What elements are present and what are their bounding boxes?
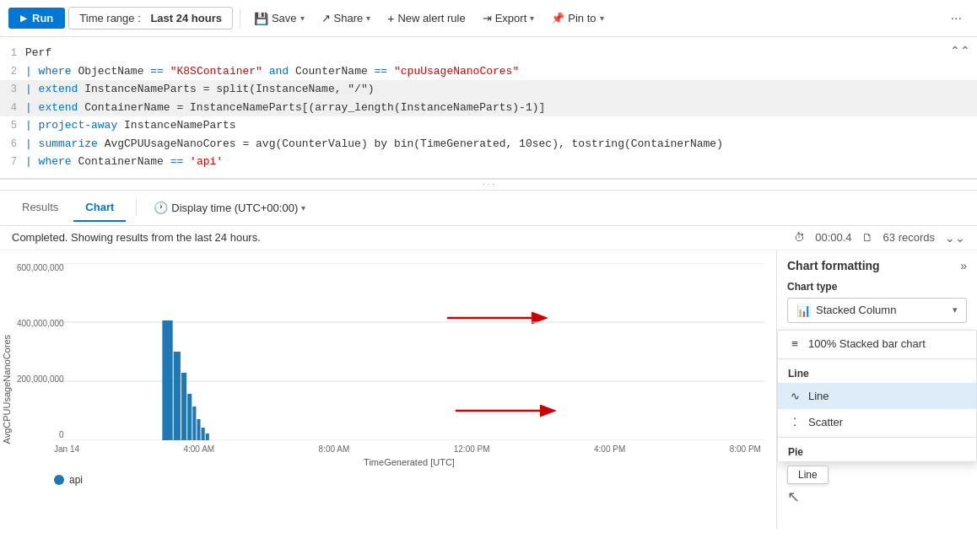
toolbar-separator xyxy=(240,8,240,29)
code-editor: ⌃⌃ 1 Perf 2 | where ObjectName == "K8SCo… xyxy=(0,37,977,179)
plus-icon: + xyxy=(387,12,394,25)
chart-type-label: Chart type xyxy=(787,281,967,293)
chart-wrapper: 600,000,000 400,000,000 200,000,000 0 xyxy=(54,263,764,474)
tab-results[interactable]: Results xyxy=(10,194,70,222)
menu-item-100pct-stacked[interactable]: ≡ 100% Stacked bar chart xyxy=(778,331,976,357)
save-icon: 💾 xyxy=(254,12,268,25)
share-chevron: ▾ xyxy=(366,13,370,23)
x-axis-label: TimeGenerated [UTC] xyxy=(54,457,764,467)
toolbar: ▶ Run Time range : Last 24 hours 💾 Save … xyxy=(0,0,977,37)
svg-rect-10 xyxy=(187,394,192,440)
main-content: AvgCPUUsageNanoCores 600,000,000 400,000… xyxy=(0,250,977,529)
pie-section-label: Pie xyxy=(778,439,976,461)
chart-type-dropdown[interactable]: 📊 Stacked Column ▾ xyxy=(787,298,967,323)
svg-rect-9 xyxy=(181,373,186,440)
code-line-2: 2 | where ObjectName == "K8SContainer" a… xyxy=(0,62,977,81)
share-icon: ↗ xyxy=(321,12,331,24)
status-bar: Completed. Showing results from the last… xyxy=(0,226,977,250)
cursor-icon: ↖ xyxy=(777,487,977,506)
more-options-button[interactable]: ··· xyxy=(944,7,969,30)
status-text: Completed. Showing results from the last… xyxy=(12,231,261,244)
display-time-chevron: ▾ xyxy=(301,203,305,213)
code-line-1: 1 Perf xyxy=(0,44,977,62)
share-button[interactable]: ↗ Share ▾ xyxy=(315,8,378,29)
svg-rect-7 xyxy=(162,320,172,440)
records-count: 63 records xyxy=(883,231,935,244)
chart-legend: api xyxy=(54,474,764,486)
legend-color-dot xyxy=(54,475,64,485)
tabs-bar: Results Chart 🕐 Display time (UTC+00:00)… xyxy=(0,191,977,226)
code-line-5: 5 | project-away InstanceNameParts xyxy=(0,116,977,135)
export-icon: ⇥ xyxy=(483,12,492,24)
menu-separator-1 xyxy=(778,358,976,359)
code-line-4: 4 | extend ContainerName = InstanceNameP… xyxy=(0,99,977,117)
expand-results-button[interactable]: ⌄⌄ xyxy=(945,231,965,245)
save-button[interactable]: 💾 Save ▾ xyxy=(247,8,311,30)
resize-handle[interactable]: · · · xyxy=(0,179,977,191)
y-axis-label: AvgCPUUsageNanoCores xyxy=(2,335,12,444)
chart-type-section: Chart type 📊 Stacked Column ▾ xyxy=(777,277,977,330)
tooltip-line: Line xyxy=(787,466,829,484)
code-line-3: 3 | extend InstanceNameParts = split(Ins… xyxy=(0,80,977,99)
duration-icon: ⏱ xyxy=(794,231,805,244)
display-time-selector[interactable]: 🕐 Display time (UTC+00:00) ▾ xyxy=(147,197,312,218)
pin-to-button[interactable]: 📌 Pin to ▾ xyxy=(544,8,610,29)
stacked-bar-icon: ≡ xyxy=(788,337,802,350)
scatter-icon: ⁚ xyxy=(788,416,802,428)
svg-rect-13 xyxy=(202,428,205,440)
code-line-7: 7 | where ContainerName == 'api' xyxy=(0,153,977,171)
stacked-column-icon: 📊 xyxy=(796,304,811,317)
panel-expand-button[interactable]: » xyxy=(960,259,967,272)
table-icon: 🗋 xyxy=(862,231,873,244)
run-button[interactable]: ▶ Run xyxy=(8,8,65,29)
menu-item-line[interactable]: ∿ Line xyxy=(778,383,976,409)
svg-rect-11 xyxy=(192,407,196,440)
svg-rect-8 xyxy=(174,352,181,440)
tab-chart[interactable]: Chart xyxy=(73,194,126,222)
legend-label: api xyxy=(69,474,83,486)
line-chart-icon: ∿ xyxy=(788,390,802,402)
play-icon: ▶ xyxy=(20,13,27,23)
menu-separator-2 xyxy=(778,437,976,438)
chart-svg xyxy=(54,263,764,440)
dropdown-chevron: ▾ xyxy=(953,304,958,315)
query-duration: 00:00.4 xyxy=(815,231,851,244)
arrow-to-chart-tab xyxy=(84,250,186,259)
pin-chevron: ▾ xyxy=(600,13,604,23)
export-chevron: ▾ xyxy=(530,13,534,23)
chart-formatting-panel: Chart formatting » Chart type 📊 Stacked … xyxy=(776,250,977,529)
tab-separator xyxy=(136,199,137,216)
svg-rect-14 xyxy=(206,433,209,440)
chart-type-dropdown-menu: ≡ 100% Stacked bar chart Line ∿ Line ⁚ S… xyxy=(777,330,977,462)
panel-header: Chart formatting » xyxy=(777,250,977,277)
x-axis-ticks: Jan 14 4:00 AM 8:00 AM 12:00 PM 4:00 PM … xyxy=(54,444,764,454)
code-line-6: 6 | summarize AvgCPUUsageNanoCores = avg… xyxy=(0,135,977,153)
collapse-editor-button[interactable]: ⌃⌃ xyxy=(950,44,970,57)
pin-icon: 📌 xyxy=(551,12,564,24)
export-button[interactable]: ⇥ Export ▾ xyxy=(476,8,542,29)
clock-icon: 🕐 xyxy=(154,201,168,214)
chart-area: AvgCPUUsageNanoCores 600,000,000 400,000… xyxy=(0,250,776,529)
svg-rect-12 xyxy=(197,419,200,440)
y-axis-ticks: 600,000,000 400,000,000 200,000,000 0 xyxy=(17,263,64,440)
menu-item-scatter[interactable]: ⁚ Scatter xyxy=(778,409,976,435)
new-alert-rule-button[interactable]: + New alert rule xyxy=(381,8,472,30)
selected-chart-type: Stacked Column xyxy=(816,304,896,316)
time-range-button[interactable]: Time range : Last 24 hours xyxy=(68,7,233,30)
line-section-label: Line xyxy=(778,361,976,383)
save-chevron: ▾ xyxy=(300,13,305,23)
panel-title: Chart formatting xyxy=(787,259,880,272)
